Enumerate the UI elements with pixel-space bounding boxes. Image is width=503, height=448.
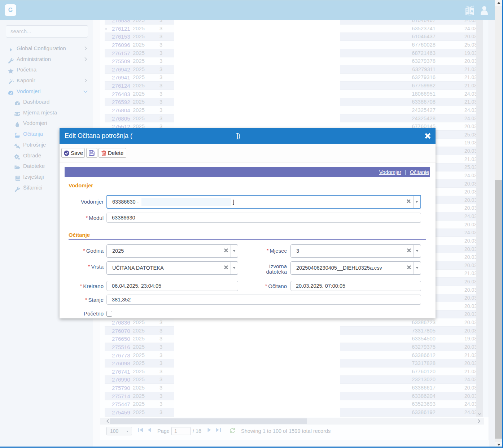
- svg-text:A: A: [471, 9, 473, 13]
